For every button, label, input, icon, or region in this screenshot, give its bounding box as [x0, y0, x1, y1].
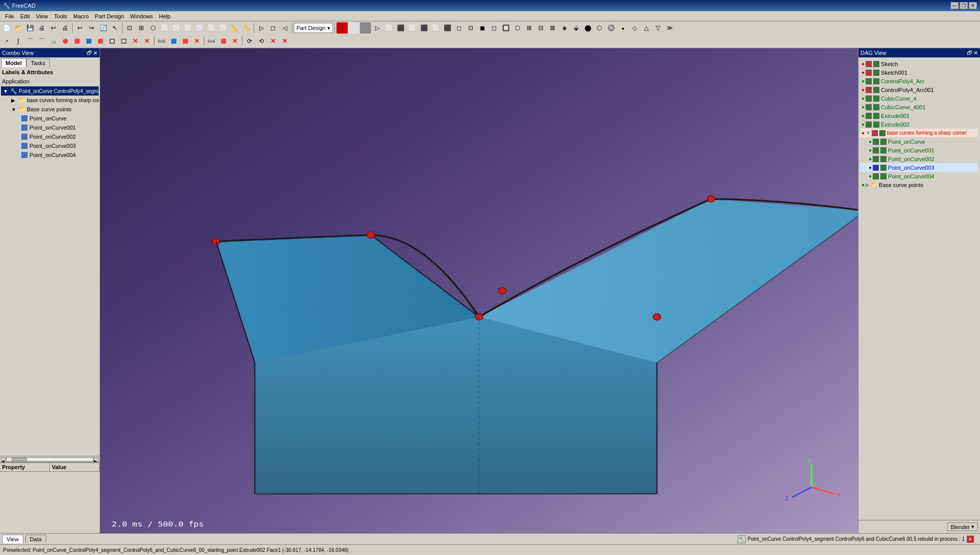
sketch-btn-1[interactable]: ↗	[1, 36, 12, 47]
redo-button[interactable]: ↪	[86, 22, 97, 34]
scrollbar-thumb[interactable]	[12, 458, 27, 461]
new-button[interactable]: 📄	[1, 22, 12, 34]
tree-item-poc[interactable]: Point_onCurve	[1, 114, 99, 123]
dag-item-cubiccurve4[interactable]: ● CubicCurve_4	[861, 94, 978, 103]
sketch-btn-6[interactable]: 🔴	[59, 36, 71, 47]
dag-expand-pts[interactable]: ▶	[866, 182, 870, 188]
view-ortho[interactable]: 📐	[229, 22, 240, 34]
tb-extra-10[interactable]: 🔘	[605, 22, 617, 34]
view-sel[interactable]: ⊞	[136, 22, 147, 34]
dag-item-base-curve-pts[interactable]: ● ▶ 📁 Base curve points	[861, 180, 978, 189]
view-right[interactable]: ⬜	[182, 22, 194, 34]
blender-button[interactable]: Blender ▾	[947, 522, 978, 531]
sketch-btn-11[interactable]: 🔲	[118, 36, 129, 47]
tb-extra-14[interactable]: ▽	[652, 22, 663, 34]
sketch-btn-4[interactable]: ⌒	[36, 36, 47, 47]
tree-toggle-base-curve-points[interactable]: ▼	[11, 107, 18, 112]
view-btn-2[interactable]: ⬛	[395, 22, 406, 34]
view-btn-6[interactable]: ⬛	[442, 22, 453, 34]
menu-file[interactable]: File	[2, 12, 17, 20]
sketch-btn-9[interactable]: 🟥	[95, 36, 106, 47]
sketch-btn-18[interactable]: ⟲	[256, 36, 267, 47]
tb-extra-8[interactable]: ⬤	[582, 22, 593, 34]
tree-item-poc003[interactable]: Point_onCurve003	[1, 141, 99, 150]
open-button[interactable]: 📂	[13, 22, 24, 34]
refresh-button[interactable]: 🔄	[98, 22, 109, 34]
sketch-close-5[interactable]: ✕	[267, 36, 279, 47]
tree-item-poc004[interactable]: Point_onCurve004	[1, 150, 99, 160]
dag-item-extrude001[interactable]: ● Extrude001	[861, 111, 978, 120]
color-gray-button[interactable]	[360, 22, 371, 34]
sketch-btn-14[interactable]: 🟥	[179, 36, 191, 47]
stop-button[interactable]: ◻	[267, 22, 279, 34]
view-top[interactable]: ⬜	[171, 22, 182, 34]
tab-model[interactable]: Model	[1, 58, 26, 67]
save-as-button[interactable]: 🖨	[36, 22, 47, 34]
tb-extra-3[interactable]: ⊞	[524, 22, 535, 34]
view-btn-5[interactable]: ⬜	[430, 22, 441, 34]
sketch-btn-8[interactable]: 🟦	[83, 36, 94, 47]
dag-restore-icon[interactable]: 🗗	[967, 50, 972, 56]
viewport[interactable]: 2.0 ms / 500.0 fps X Y Z	[100, 48, 858, 533]
view-3d[interactable]: ⬡	[147, 22, 159, 34]
view-btn-7[interactable]: ◻	[453, 22, 465, 34]
menu-windows[interactable]: Windows	[127, 12, 156, 20]
tb-extra-2[interactable]: ⬡	[512, 22, 523, 34]
tree-toggle-base-curves[interactable]: ▶	[11, 98, 18, 103]
tree-item-root[interactable]: ▼ 🔧 Point_onCurve ControlPoly4_segment	[1, 86, 99, 96]
revert-button[interactable]: ↩	[48, 22, 59, 34]
menu-view[interactable]: View	[33, 12, 51, 20]
tb-extra-5[interactable]: ⊠	[547, 22, 558, 34]
minimize-button[interactable]: —	[951, 2, 959, 9]
view-btn-9[interactable]: ◼	[477, 22, 488, 34]
tab-data[interactable]: Data	[25, 535, 46, 543]
dag-item-poc003-dag[interactable]: ● Point_onCurve003	[861, 163, 978, 172]
view-front[interactable]: ⬜	[159, 22, 170, 34]
combo-close-icon[interactable]: ✕	[93, 50, 98, 56]
color-white-button[interactable]	[348, 22, 359, 34]
view-btn-1[interactable]: ⬜	[383, 22, 394, 34]
view-btn-3[interactable]: ⬜	[407, 22, 418, 34]
tree-item-poc001[interactable]: Point_onCurve001	[1, 123, 99, 132]
sketch-btn-17[interactable]: ⟳	[244, 36, 255, 47]
sketch-btn-7[interactable]: 🟥	[71, 36, 82, 47]
view-measure[interactable]: 📏	[241, 22, 252, 34]
dag-item-poc001-dag[interactable]: ● Point_onCurve001	[861, 146, 978, 155]
tb-extra-12[interactable]: ◇	[629, 22, 640, 34]
view-rear[interactable]: ⬜	[206, 22, 217, 34]
color-red-button[interactable]	[336, 22, 348, 34]
sketch-btn-10[interactable]: 🔲	[106, 36, 117, 47]
dag-item-poc-dag[interactable]: ● Point_onCurve	[861, 137, 978, 146]
undo-button[interactable]: ↩	[74, 22, 85, 34]
notification-close[interactable]: ✕	[967, 536, 974, 543]
sketch-btn-12[interactable]: 6x6	[156, 36, 167, 47]
dag-item-sketch001[interactable]: ● Sketch001	[861, 68, 978, 77]
sketch-btn-3[interactable]: ⌒	[24, 36, 36, 47]
tree-toggle-root[interactable]: ▼	[3, 88, 10, 94]
tab-tasks[interactable]: Tasks	[26, 58, 50, 67]
tree-item-poc002[interactable]: Point_onCurve002	[1, 132, 99, 141]
tree-scrollbar-h[interactable]: ◂ ▸	[0, 456, 100, 462]
view-left[interactable]: ⬜	[194, 22, 205, 34]
sketch-close-2[interactable]: ✕	[141, 36, 152, 47]
restore-button[interactable]: ❐	[960, 2, 968, 9]
menu-help[interactable]: Help	[156, 12, 174, 20]
tree-item-base-curve-points[interactable]: ▼ 📁 Base curve points	[1, 105, 99, 114]
tab-view[interactable]: View	[2, 535, 23, 543]
pointer-button[interactable]: ↖	[109, 22, 120, 34]
play2-button[interactable]: ▷	[372, 22, 383, 34]
dag-item-extrude002[interactable]: ● Extrude002	[861, 120, 978, 129]
sketch-close-4[interactable]: ✕	[229, 36, 240, 47]
dag-close-icon[interactable]: ✕	[973, 50, 978, 56]
sketch-close-6[interactable]: ✕	[279, 36, 290, 47]
tb-extra-more[interactable]: ≫	[664, 22, 675, 34]
tb-extra-6[interactable]: ◈	[559, 22, 570, 34]
tb-extra-11[interactable]: ⬥	[617, 22, 628, 34]
dag-item-base-curves[interactable]: ● ▼ base curves forming a sharp corner	[861, 129, 978, 137]
print-button[interactable]: 🖨	[59, 22, 71, 34]
dag-item-sketch[interactable]: ● Sketch	[861, 59, 978, 68]
play-back[interactable]: ◁	[279, 22, 290, 34]
dag-item-poc004-dag[interactable]: ● Point_onCurve004	[861, 172, 978, 180]
scrollbar-left-btn[interactable]: ◂	[1, 457, 6, 461]
save-button[interactable]: 💾	[24, 22, 36, 34]
